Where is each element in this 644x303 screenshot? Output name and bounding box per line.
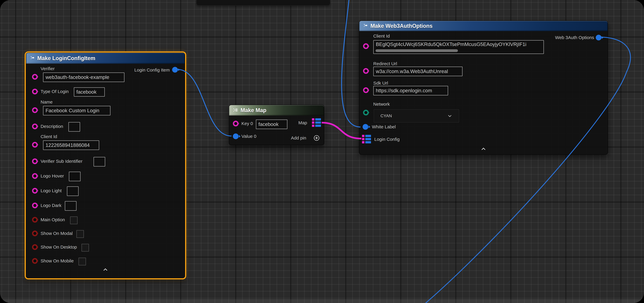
node-header[interactable]: Make Map	[229, 105, 324, 116]
client-id-field[interactable]: BEglQSgt4cUWcj6SKRdu5QkOXTsePmMcusG5EAoy…	[373, 40, 544, 54]
pin-label: Network	[373, 101, 390, 107]
output-pin-login-config-item[interactable]	[172, 67, 178, 72]
pin-label: White Label	[372, 124, 396, 130]
pin-label: Redirect Url	[373, 61, 397, 66]
pin-label: Client Id	[373, 33, 390, 39]
pin-label: Type Of Login	[40, 89, 69, 94]
node-title: Make Web3AuthOptions	[370, 23, 432, 29]
input-pin-white-label[interactable]	[362, 124, 368, 130]
input-pin-type-of-login[interactable]	[32, 89, 38, 94]
logo-hover-field[interactable]	[69, 172, 80, 181]
pin-label: Show On Modal	[40, 230, 72, 236]
collapse-chevron-icon[interactable]	[481, 147, 486, 152]
network-value: CYAN	[380, 114, 392, 118]
input-pin-network[interactable]	[363, 110, 369, 116]
field-scrollbar[interactable]	[376, 49, 458, 52]
pin-label: Verifier Sub Identifier	[40, 158, 82, 164]
input-pin-key-0[interactable]	[233, 121, 238, 126]
input-pin-value-0[interactable]	[233, 134, 238, 139]
network-dropdown[interactable]: CYAN	[373, 109, 460, 123]
pin-label: Name	[40, 99, 52, 105]
input-pin-show-on-modal[interactable]	[32, 230, 38, 236]
node-make-map[interactable]: Make Map Key 0 facebook Map Value 0 Add …	[229, 105, 324, 145]
pin-label: Logo Light	[40, 188, 62, 194]
output-pin-label: Map	[298, 120, 307, 126]
wire-login-config-item-to-value0[interactable]	[178, 70, 232, 136]
wire-offscreen-to-white-label[interactable]	[342, 0, 360, 127]
input-pin-login-config[interactable]	[362, 135, 371, 144]
type-of-login-field[interactable]: facebook	[74, 87, 105, 97]
pin-label: Logo Dark	[40, 202, 61, 208]
node-make-loginconfigitem[interactable]: Make LoginConfigItem Login Config Item V…	[26, 52, 185, 278]
canvas-bottom-band	[0, 299, 644, 303]
input-pin-client-id[interactable]	[32, 142, 38, 148]
add-pin-label[interactable]: Add pin	[291, 135, 306, 141]
logo-light-field[interactable]	[67, 186, 78, 196]
input-pin-redirect-url[interactable]	[363, 68, 369, 74]
input-pin-name[interactable]	[32, 107, 38, 113]
node-make-web3authoptions[interactable]: Make Web3AuthOptions Web 3Auth Options C…	[359, 20, 608, 155]
key-0-field[interactable]: facebook	[256, 120, 288, 129]
pin-label: Show On Mobile	[40, 258, 74, 264]
offscreen-node-edge[interactable]	[196, 0, 330, 6]
input-pin-sdk-url[interactable]	[363, 87, 369, 93]
name-field[interactable]: Facebook Custom Login	[43, 106, 110, 116]
input-pin-show-on-desktop[interactable]	[32, 244, 38, 250]
redirect-url-field[interactable]: w3a://com.w3a.Web3AuthUnreal	[373, 66, 462, 76]
node-title: Make LoginConfigItem	[37, 55, 95, 62]
pin-label: Login Config	[374, 136, 400, 142]
input-pin-show-on-mobile[interactable]	[32, 258, 38, 264]
collapse-chevron-icon[interactable]	[103, 268, 108, 272]
output-pin-web3auth-options[interactable]	[596, 35, 602, 40]
input-pin-main-option[interactable]	[32, 217, 38, 222]
make-struct-icon	[362, 23, 368, 29]
verifier-field[interactable]: web3auth-facebook-example	[43, 72, 124, 82]
input-pin-client-id[interactable]	[363, 43, 369, 49]
show-on-modal-checkbox[interactable]	[76, 230, 84, 238]
verifier-sub-identifier-field[interactable]	[94, 157, 105, 166]
logo-dark-field[interactable]	[65, 201, 76, 211]
client-id-field[interactable]: 1222658941886084	[43, 140, 99, 150]
pin-label: Verifier	[40, 66, 54, 72]
main-option-checkbox[interactable]	[70, 216, 78, 224]
pin-label: Sdk Url	[373, 80, 388, 86]
pin-label: Value 0	[242, 134, 256, 139]
input-pin-verifier-sub-identifier[interactable]	[32, 158, 38, 164]
blueprint-graph-canvas[interactable]: Make LoginConfigItem Login Config Item V…	[0, 0, 644, 303]
pin-label: Client Id	[40, 134, 57, 140]
node-header[interactable]: Make LoginConfigItem	[26, 53, 185, 64]
pin-label: Show On Desktop	[40, 244, 77, 250]
input-pin-verifier[interactable]	[32, 74, 38, 80]
add-pin-icon[interactable]	[314, 135, 320, 141]
chevron-down-icon	[448, 114, 452, 118]
input-pin-description[interactable]	[32, 124, 38, 129]
output-pin-label: Login Config Item	[134, 67, 170, 73]
wire-map-to-login-config[interactable]	[322, 123, 362, 138]
sdk-url-field[interactable]: https://sdk.openlogin.com	[373, 86, 448, 96]
pin-label: Logo Hover	[40, 173, 64, 179]
output-pin-label: Web 3Auth Options	[555, 35, 594, 40]
input-pin-logo-light[interactable]	[32, 188, 38, 194]
show-on-mobile-checkbox[interactable]	[78, 258, 86, 266]
pin-label: Key 0	[242, 121, 253, 126]
client-id-value: BEglQSgt4cUWcj6SKRdu5QkOXTsePmMcusG5EAoy…	[376, 42, 526, 47]
make-struct-icon	[30, 56, 35, 61]
output-pin-map[interactable]	[312, 118, 321, 127]
show-on-desktop-checkbox[interactable]	[82, 244, 89, 252]
input-pin-logo-hover[interactable]	[32, 173, 38, 179]
make-map-icon	[232, 108, 238, 113]
node-title: Make Map	[240, 107, 266, 114]
description-field[interactable]	[68, 122, 80, 132]
node-header[interactable]: Make Web3AuthOptions	[359, 21, 608, 31]
input-pin-logo-dark[interactable]	[32, 202, 38, 208]
pin-label: Description	[40, 124, 63, 129]
pin-label: Main Option	[40, 217, 65, 222]
